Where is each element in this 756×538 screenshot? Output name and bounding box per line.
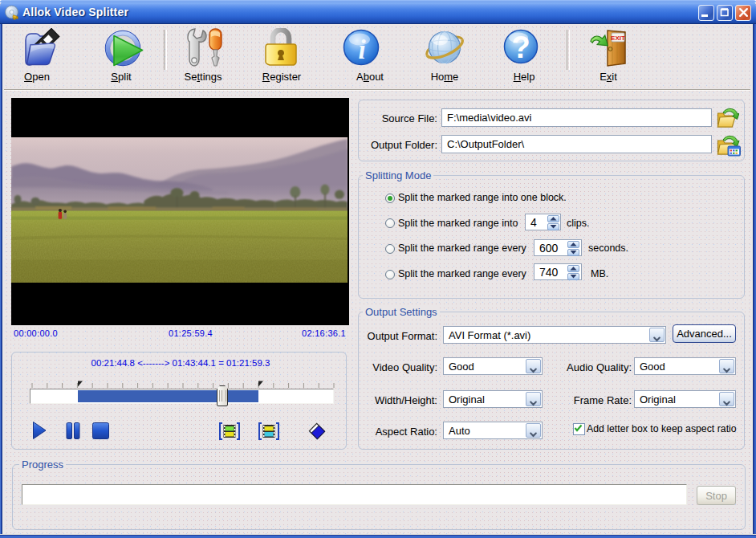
svg-text:i: i [358, 35, 366, 64]
svg-text:EXIT: EXIT [611, 35, 625, 42]
svg-text:?: ? [511, 31, 530, 64]
